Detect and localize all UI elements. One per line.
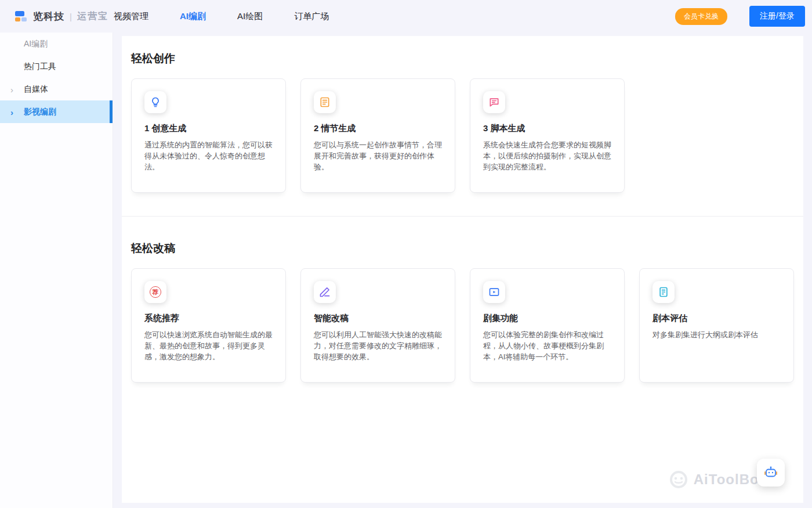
- card-description: 您可以与系统一起创作故事情节，合理展开和完善故事，获得更好的创作体验。: [314, 140, 442, 173]
- card-script-generation[interactable]: 3 脚本生成 系统会快速生成符合您要求的短视频脚本，以便后续的拍摄制作，实现从创…: [470, 78, 625, 193]
- logo-divider: |: [70, 12, 72, 21]
- logo-brand-text: 览科技: [33, 10, 64, 23]
- card-smart-revision[interactable]: 智能改稿 您可以利用人工智能强大快速的改稿能力，对任意需要修改的文字精雕细琢，取…: [300, 268, 455, 383]
- watermark-text: AiToolBox: [694, 471, 767, 488]
- watermark-logo-icon: [669, 470, 688, 489]
- sidebar-item-film-screenwriting[interactable]: › 影视编剧: [0, 100, 113, 123]
- card-description: 通过系统的内置的智能算法，您可以获得从未体验过的、令人惊奇的创意想法。: [144, 140, 273, 173]
- chevron-right-icon: ›: [10, 85, 13, 93]
- sidebar-item-label: 热门工具: [24, 62, 56, 72]
- navbar-actions: 会员卡兑换 注册/登录: [675, 6, 812, 27]
- section-title: 轻松创作: [122, 36, 803, 66]
- card-title: 剧本评估: [652, 313, 781, 324]
- chevron-right-icon: ›: [10, 107, 13, 116]
- sidebar-item-label: AI编剧: [24, 39, 48, 49]
- sidebar: AI编剧 热门工具 › 自媒体 › 影视编剧: [0, 33, 113, 508]
- sidebar-item-label: 影视编剧: [24, 107, 56, 117]
- logo-icon: [15, 10, 29, 22]
- nav-item-ai-screenwriting[interactable]: AI编剧: [180, 11, 206, 22]
- nav-item-order-plaza[interactable]: 订单广场: [294, 11, 329, 22]
- assistant-float-button[interactable]: [757, 459, 785, 487]
- recommend-badge-char: 荐: [150, 286, 161, 298]
- nav-item-video-management[interactable]: 视频管理: [114, 11, 148, 22]
- card-description: 对多集剧集进行大纲或剧本评估: [652, 330, 781, 341]
- lightbulb-icon: [144, 91, 166, 113]
- card-description: 您可以利用人工智能强大快速的改稿能力，对任意需要修改的文字精雕细琢，取得想要的效…: [314, 330, 442, 363]
- top-navbar: 览科技 | 运营宝 视频管理 AI编剧 AI绘图 订单广场 会员卡兑换 注册/登…: [0, 0, 812, 33]
- card-title: 2 情节生成: [314, 123, 442, 134]
- section-title: 轻松改稿: [122, 217, 803, 256]
- sidebar-item-ai-screenwriting[interactable]: AI编剧: [0, 33, 113, 55]
- section-easy-creation: 轻松创作 1 创意生成 通过系统的内置的智能算法，您可以获得从未体验过的、令人惊…: [122, 36, 803, 193]
- main-nav: 视频管理 AI编剧 AI绘图 订单广场: [114, 11, 329, 22]
- register-login-button[interactable]: 注册/登录: [749, 6, 805, 27]
- script-chat-icon: [483, 91, 505, 113]
- card-row-creation: 1 创意生成 通过系统的内置的智能算法，您可以获得从未体验过的、令人惊奇的创意想…: [122, 66, 803, 193]
- edit-pen-icon: [314, 281, 336, 303]
- plot-document-icon: [314, 91, 336, 113]
- video-play-icon: [483, 281, 505, 303]
- card-description: 您可以快速浏览系统自动智能生成的最新、最热的创意和故事，得到更多灵感，激发您的想…: [144, 330, 273, 363]
- document-check-icon: [652, 281, 675, 303]
- card-title: 智能改稿: [314, 313, 442, 324]
- card-description: 您可以体验完整的剧集创作和改编过程，从人物小传、故事梗概到分集剧本，AI将辅助每…: [483, 330, 611, 363]
- sidebar-item-label: 自媒体: [24, 84, 48, 95]
- card-description: 系统会快速生成符合您要求的短视频脚本，以便后续的拍摄制作，实现从创意到实现的完整…: [483, 140, 611, 173]
- robot-icon: [763, 464, 779, 481]
- watermark: AiToolBox: [669, 470, 767, 489]
- card-script-evaluation[interactable]: 剧本评估 对多集剧集进行大纲或剧本评估: [639, 268, 794, 383]
- card-title: 1 创意生成: [144, 123, 273, 134]
- card-series-feature[interactable]: 剧集功能 您可以体验完整的剧集创作和改编过程，从人物小传、故事梗概到分集剧本，A…: [470, 268, 625, 383]
- card-row-revision: 荐 系统推荐 您可以快速浏览系统自动智能生成的最新、最热的创意和故事，得到更多灵…: [122, 256, 803, 383]
- recommend-badge-icon: 荐: [144, 281, 166, 303]
- card-title: 系统推荐: [144, 313, 273, 324]
- card-plot-generation[interactable]: 2 情节生成 您可以与系统一起创作故事情节，合理展开和完善故事，获得更好的创作体…: [300, 78, 455, 193]
- member-card-redeem-button[interactable]: 会员卡兑换: [675, 8, 727, 25]
- card-title: 剧集功能: [483, 313, 611, 324]
- app-logo: 览科技 | 运营宝: [0, 10, 114, 23]
- card-title: 3 脚本生成: [483, 123, 611, 134]
- nav-item-ai-drawing[interactable]: AI绘图: [237, 11, 263, 22]
- logo-product-text: 运营宝: [77, 10, 108, 23]
- card-idea-generation[interactable]: 1 创意生成 通过系统的内置的智能算法，您可以获得从未体验过的、令人惊奇的创意想…: [131, 78, 286, 193]
- section-easy-revision: 轻松改稿 荐 系统推荐 您可以快速浏览系统自动智能生成的最新、最热的创意和故事，…: [122, 217, 803, 383]
- card-system-recommendation[interactable]: 荐 系统推荐 您可以快速浏览系统自动智能生成的最新、最热的创意和故事，得到更多灵…: [131, 268, 286, 383]
- sidebar-item-hot-tools[interactable]: 热门工具: [0, 55, 113, 78]
- main-content: 轻松创作 1 创意生成 通过系统的内置的智能算法，您可以获得从未体验过的、令人惊…: [122, 36, 803, 503]
- sidebar-item-self-media[interactable]: › 自媒体: [0, 78, 113, 100]
